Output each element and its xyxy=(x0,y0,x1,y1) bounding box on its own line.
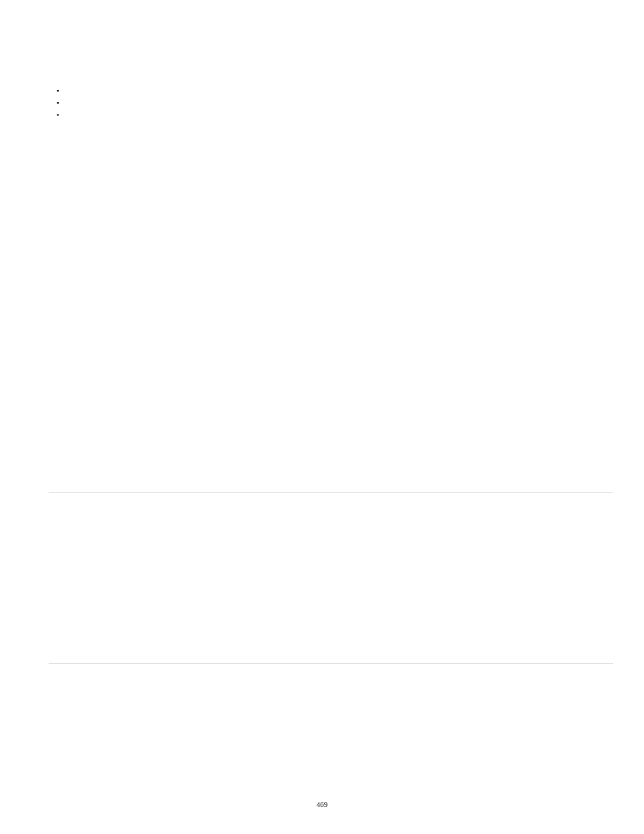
page-content xyxy=(0,0,644,150)
section-divider xyxy=(49,663,613,664)
spacer xyxy=(49,97,595,105)
section-divider xyxy=(49,492,613,493)
page-number: 469 xyxy=(0,800,644,808)
spacer xyxy=(49,85,595,93)
